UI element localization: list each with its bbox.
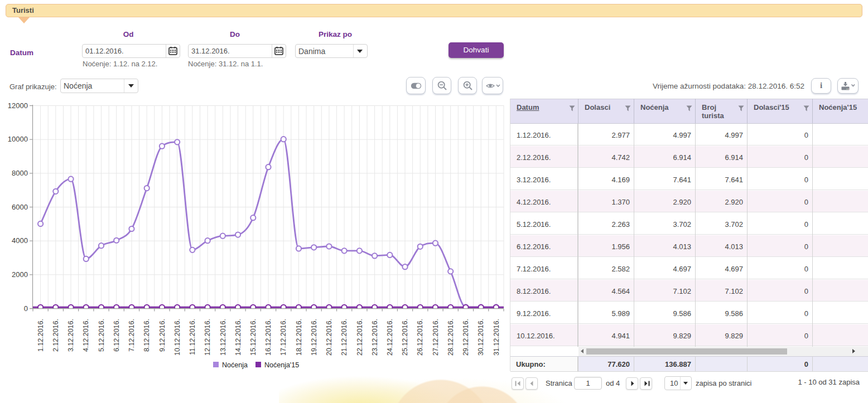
svg-text:26.12.2016.: 26.12.2016. (416, 319, 424, 356)
svg-text:24.12.2016.: 24.12.2016. (386, 319, 394, 356)
svg-text:30.12.2016.: 30.12.2016. (477, 319, 485, 356)
svg-text:21.12.2016.: 21.12.2016. (340, 319, 348, 356)
svg-text:2000: 2000 (12, 270, 28, 279)
svg-text:19.12.2016.: 19.12.2016. (310, 319, 318, 356)
svg-text:3.12.2016.: 3.12.2016. (67, 319, 75, 352)
svg-text:13.12.2016.: 13.12.2016. (219, 319, 227, 356)
svg-text:8000: 8000 (12, 169, 28, 177)
svg-text:31.12.2016.: 31.12.2016. (493, 319, 500, 356)
svg-text:17.12.2016.: 17.12.2016. (279, 319, 287, 356)
svg-text:15.12.2016.: 15.12.2016. (249, 319, 257, 356)
svg-text:16.12.2016.: 16.12.2016. (264, 319, 272, 356)
svg-text:1.12.2016.: 1.12.2016. (37, 319, 45, 352)
svg-text:5.12.2016.: 5.12.2016. (98, 319, 105, 352)
svg-text:4000: 4000 (12, 236, 28, 245)
svg-text:Noćenja: Noćenja (222, 361, 248, 369)
svg-text:Noćenja'15: Noćenja'15 (264, 361, 299, 369)
svg-text:11.12.2016.: 11.12.2016. (189, 319, 196, 355)
svg-text:29.12.2016.: 29.12.2016. (462, 319, 470, 356)
svg-text:10000: 10000 (8, 135, 28, 143)
svg-text:0: 0 (24, 304, 28, 313)
svg-text:6.12.2016.: 6.12.2016. (113, 319, 120, 352)
svg-text:25.12.2016.: 25.12.2016. (401, 319, 409, 356)
svg-text:18.12.2016.: 18.12.2016. (295, 319, 303, 356)
svg-text:27.12.2016.: 27.12.2016. (432, 319, 440, 356)
svg-text:28.12.2016.: 28.12.2016. (447, 319, 455, 356)
svg-text:9.12.2016.: 9.12.2016. (158, 319, 166, 352)
svg-text:10.12.2016.: 10.12.2016. (173, 319, 181, 356)
svg-text:14.12.2016.: 14.12.2016. (234, 319, 242, 356)
svg-text:22.12.2016.: 22.12.2016. (356, 319, 364, 356)
svg-text:4.12.2016.: 4.12.2016. (82, 319, 90, 352)
svg-text:20.12.2016.: 20.12.2016. (325, 319, 333, 356)
svg-text:12.12.2016.: 12.12.2016. (204, 319, 211, 356)
svg-text:23.12.2016.: 23.12.2016. (371, 319, 379, 356)
svg-text:2.12.2016.: 2.12.2016. (52, 319, 60, 352)
svg-text:8.12.2016.: 8.12.2016. (143, 319, 151, 352)
svg-text:7.12.2016.: 7.12.2016. (128, 319, 136, 352)
svg-text:12000: 12000 (8, 101, 28, 110)
svg-text:6000: 6000 (12, 203, 28, 211)
